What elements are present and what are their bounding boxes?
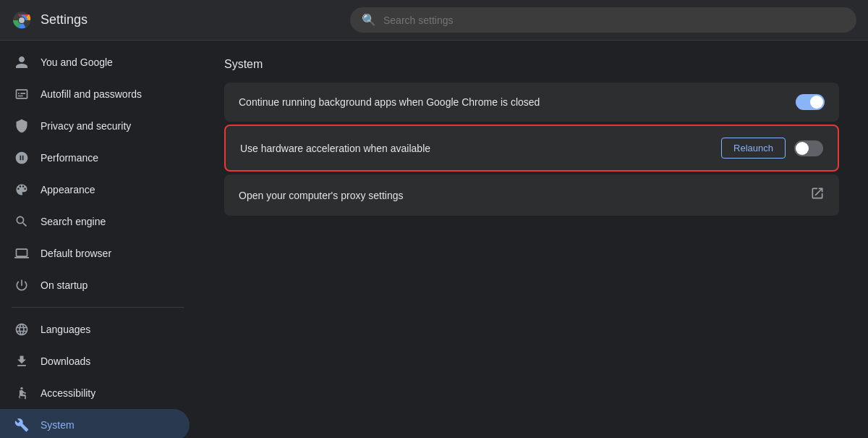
sidebar-item-on-startup[interactable]: On startup <box>0 269 190 301</box>
speed-icon <box>14 151 29 165</box>
person-icon <box>14 55 29 70</box>
search-input[interactable] <box>383 14 845 26</box>
sidebar-item-system[interactable]: System <box>0 409 190 438</box>
search-nav-icon <box>14 214 29 229</box>
sidebar-item-accessibility[interactable]: Accessibility <box>0 377 190 409</box>
svg-point-3 <box>19 17 25 23</box>
sidebar-item-privacy[interactable]: Privacy and security <box>0 110 190 142</box>
setting-text-background-apps: Continue running background apps when Go… <box>239 96 540 108</box>
setting-controls-hardware-acceleration: Relaunch <box>721 138 823 159</box>
sidebar-label-downloads: Downloads <box>41 355 90 367</box>
chrome-logo <box>12 10 32 30</box>
sidebar-item-performance[interactable]: Performance <box>0 142 190 174</box>
page-title: Settings <box>41 12 88 28</box>
header: Settings 🔍 <box>0 0 868 41</box>
download-icon <box>14 354 29 368</box>
setting-text-hardware-acceleration: Use hardware acceleration when available <box>240 143 430 154</box>
search-bar: 🔍 <box>350 7 856 33</box>
power-icon <box>14 278 29 292</box>
search-icon: 🔍 <box>362 13 376 27</box>
toggle-background-apps[interactable] <box>796 94 825 110</box>
accessibility-icon <box>14 386 29 400</box>
sidebar-item-default-browser[interactable]: Default browser <box>0 237 190 269</box>
setting-row-background-apps: Continue running background apps when Go… <box>224 83 839 122</box>
setting-text-proxy-settings: Open your computer's proxy settings <box>239 190 404 201</box>
content-area: System Continue running background apps … <box>195 41 868 438</box>
sidebar-label-search-engine: Search engine <box>41 216 106 227</box>
sidebar-item-you-and-google[interactable]: You and Google <box>0 46 190 78</box>
wrench-icon <box>14 418 29 432</box>
globe-icon <box>14 322 29 337</box>
svg-point-4 <box>20 387 22 389</box>
sidebar-item-appearance[interactable]: Appearance <box>0 174 190 206</box>
setting-row-hardware-acceleration: Use hardware acceleration when available… <box>224 125 839 172</box>
sidebar-label-performance: Performance <box>41 152 98 164</box>
sidebar-label-appearance: Appearance <box>41 184 95 195</box>
sidebar-item-search-engine[interactable]: Search engine <box>0 206 190 237</box>
external-link-icon[interactable] <box>810 186 825 204</box>
palette-icon <box>14 182 29 197</box>
sidebar-label-languages: Languages <box>41 324 90 335</box>
sidebar-label-system: System <box>41 419 75 431</box>
sidebar-item-languages[interactable]: Languages <box>0 313 190 345</box>
sidebar-label-autofill: Autofill and passwords <box>41 88 142 100</box>
sidebar-label-accessibility: Accessibility <box>41 387 95 399</box>
main-layout: You and Google Autofill and passwords Pr… <box>0 41 868 438</box>
sidebar: You and Google Autofill and passwords Pr… <box>0 41 195 438</box>
toggle-knob-background-apps <box>810 96 823 109</box>
sidebar-item-downloads[interactable]: Downloads <box>0 345 190 377</box>
sidebar-label-on-startup: On startup <box>41 279 88 291</box>
sidebar-item-autofill[interactable]: Autofill and passwords <box>0 78 190 110</box>
section-title: System <box>224 58 839 71</box>
setting-controls-background-apps <box>796 94 825 110</box>
toggle-knob-hardware-acceleration <box>796 142 809 155</box>
shield-icon <box>14 119 29 133</box>
sidebar-label-default-browser: Default browser <box>41 248 111 259</box>
sidebar-label-you-and-google: You and Google <box>41 56 113 68</box>
monitor-icon <box>14 246 29 261</box>
relaunch-button[interactable]: Relaunch <box>721 138 786 159</box>
sidebar-label-privacy: Privacy and security <box>41 120 131 132</box>
setting-controls-proxy-settings <box>810 186 825 204</box>
toggle-hardware-acceleration[interactable] <box>794 140 823 156</box>
sidebar-divider <box>12 307 184 308</box>
badge-icon <box>14 87 29 101</box>
setting-row-proxy-settings: Open your computer's proxy settings <box>224 174 839 216</box>
